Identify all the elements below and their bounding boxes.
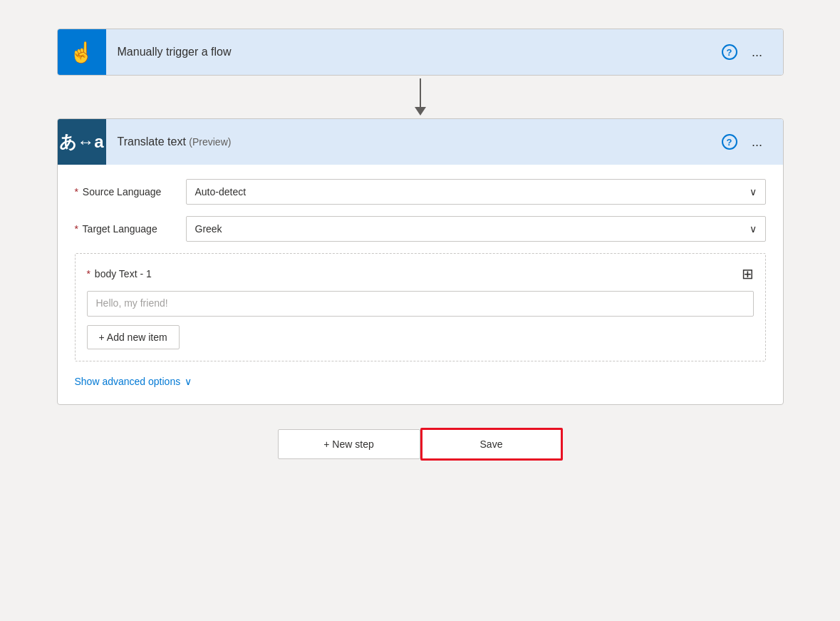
source-language-row: * Source Language Auto-detect ∨ (75, 179, 766, 205)
trigger-icon-wrapper: ☝ (58, 29, 106, 75)
trigger-card-title: Manually trigger a flow (106, 46, 722, 58)
trigger-icon: ☝ (69, 41, 94, 64)
translate-icon-bg: あ↔a (58, 119, 106, 165)
arrow-line (420, 78, 421, 107)
arrow-head (415, 107, 426, 116)
source-language-chevron: ∨ (750, 186, 757, 197)
bottom-actions: + New step Save (278, 428, 563, 461)
target-language-row: * Target Language Greek ∨ (75, 216, 766, 242)
trigger-help-button[interactable]: ? (722, 44, 737, 60)
translate-icon: あ↔a (59, 130, 103, 153)
new-step-button[interactable]: + New step (278, 429, 420, 459)
translate-card-body: * Source Language Auto-detect ∨ * Target… (58, 165, 783, 404)
target-language-dropdown[interactable]: Greek ∨ (186, 216, 766, 242)
flow-canvas: ☝ Manually trigger a flow ? ... あ↔a (57, 29, 784, 461)
target-language-label: * Target Language (75, 223, 175, 235)
body-text-input[interactable]: Hello, my friend! (87, 291, 754, 317)
arrow-connector (415, 76, 426, 118)
translate-card-actions: ? ... (722, 130, 783, 153)
translate-card-header: あ↔a Translate text (Preview) ? ... (58, 119, 783, 165)
trigger-more-button[interactable]: ... (746, 41, 769, 63)
translate-more-button[interactable]: ... (746, 130, 769, 153)
body-text-header: * body Text - 1 ⊞ (87, 265, 754, 282)
source-language-label: * Source Language (75, 186, 175, 197)
target-language-chevron: ∨ (750, 223, 757, 235)
chevron-down-icon: ∨ (185, 376, 192, 387)
trigger-card-header: ☝ Manually trigger a flow ? ... (58, 29, 783, 75)
show-advanced-options-link[interactable]: Show advanced options ∨ (75, 373, 766, 390)
trigger-card: ☝ Manually trigger a flow ? ... (57, 29, 784, 76)
translate-card: あ↔a Translate text (Preview) ? ... * (57, 118, 784, 405)
source-language-dropdown[interactable]: Auto-detect ∨ (186, 179, 766, 205)
save-button[interactable]: Save (420, 428, 563, 461)
body-text-section: * body Text - 1 ⊞ Hello, my friend! + Ad… (75, 253, 766, 361)
translate-help-button[interactable]: ? (722, 134, 737, 150)
add-new-item-button[interactable]: + Add new item (87, 325, 180, 349)
calendar-icon[interactable]: ⊞ (742, 265, 754, 282)
trigger-card-actions: ? ... (722, 41, 783, 63)
translate-icon-wrapper: あ↔a (58, 119, 106, 165)
body-text-label: * body Text - 1 (87, 268, 152, 279)
translate-card-title: Translate text (Preview) (106, 135, 722, 148)
trigger-icon-bg: ☝ (58, 29, 106, 75)
